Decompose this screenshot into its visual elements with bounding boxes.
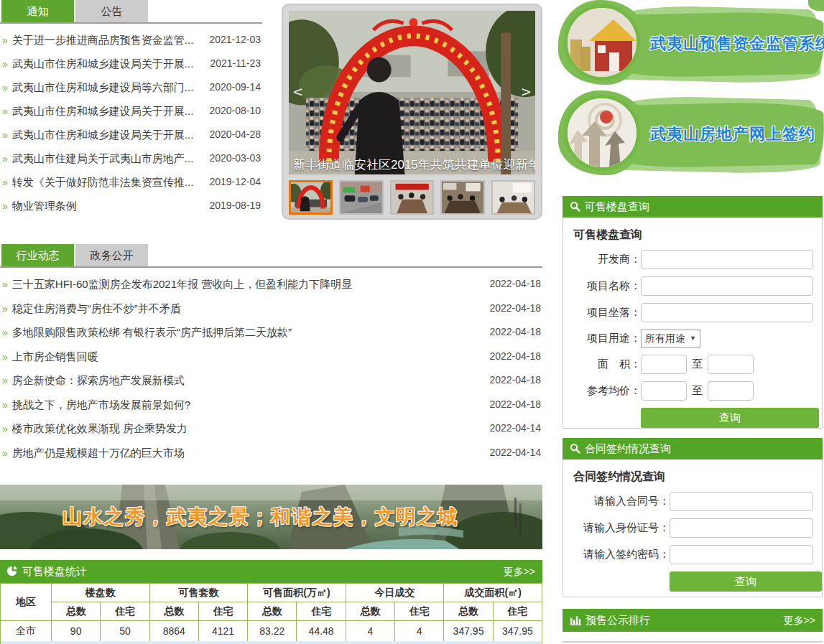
bullet-arrow-icon: »: [2, 177, 8, 188]
carousel-main-image[interactable]: < > 新丰街道临安社区2015年共筑共建单位迎新年拔河比赛: [289, 11, 535, 174]
price-max-input[interactable]: [708, 381, 754, 401]
project-name-input[interactable]: [641, 276, 813, 296]
contract-number-input[interactable]: [670, 492, 813, 511]
carousel-thumbnail-street[interactable]: [339, 180, 383, 215]
developer-input[interactable]: [641, 250, 813, 269]
contract-query-button[interactable]: 查询: [670, 571, 822, 592]
thumb-arch-image: [291, 182, 330, 213]
news-link[interactable]: 武夷山市住房和城乡建设局关于开展...: [12, 105, 194, 117]
listing-query-button[interactable]: 查询: [641, 408, 819, 428]
list-item: »房企新使命：探索房地产发展新模式2022-04-18: [0, 368, 542, 393]
stats-header: 可售楼盘统计 更多>>: [0, 560, 542, 583]
tab-notice[interactable]: 通知: [1, 0, 74, 22]
list-item: »物业管理条例2019-08-19: [0, 194, 262, 218]
id-number-input[interactable]: [670, 518, 813, 538]
page: 通知 公告 »关于进一步推进商品房预售资金监管...2021-12-03 »武夷…: [0, 0, 824, 644]
area-max-input[interactable]: [708, 355, 754, 374]
news-link[interactable]: 关于进一步推进商品房预售资金监管...: [12, 34, 194, 46]
id-number-label: 请输入身份证号：: [572, 521, 670, 535]
stats-title: 可售楼盘统计: [22, 565, 87, 577]
column-header-region: 地区: [1, 584, 52, 621]
price-min-input[interactable]: [641, 381, 687, 401]
carousel-caption[interactable]: 新丰街道临安社区2015年共筑共建单位迎新年拔河比赛: [289, 157, 535, 173]
banner-online-signing[interactable]: 武夷山房地产网上签约: [563, 92, 824, 177]
table-cell: 4: [395, 621, 444, 642]
project-location-input[interactable]: [641, 303, 813, 322]
developer-label: 开发商：: [572, 253, 641, 266]
search-icon: [570, 197, 580, 219]
news-link[interactable]: 房地产仍是规模超十万亿的巨大市场: [12, 447, 185, 459]
carousel-thumbnail-arch[interactable]: [289, 180, 333, 215]
form-title: 可售楼盘查询: [573, 228, 813, 243]
bullet-arrow-icon: »: [2, 375, 8, 386]
scenic-banner[interactable]: 山水之秀，武夷之景；和谐之美，文明之城: [0, 485, 542, 549]
bullet-arrow-icon: »: [2, 279, 8, 290]
bar-chart-icon: [570, 610, 581, 633]
contract-number-label: 请输入合同号：: [572, 495, 670, 508]
bullet-arrow-icon: »: [2, 34, 8, 46]
carousel-thumbnail-meeting-banner[interactable]: [390, 180, 434, 215]
tab-gov-disclosure[interactable]: 政务公开: [75, 244, 148, 266]
news-link[interactable]: 武夷山市住房和城乡建设局关于开展...: [12, 57, 194, 70]
table-row: 全市 90 50 8864 4121 83.22 44.48 4 4 347.9…: [1, 621, 542, 642]
tab-announcement[interactable]: 公告: [75, 0, 148, 22]
search-icon: [570, 439, 580, 461]
list-item: »武夷山市住房和城乡建设局关于开展...2021-11-23: [0, 52, 262, 75]
news-link[interactable]: 上市房企销售回暖: [12, 350, 98, 363]
list-item: »多地限购限售政策松绑 有银行表示“房产抵押后第二天放款”2022-04-18: [0, 320, 542, 345]
news-link[interactable]: 多地限购限售政策松绑 有银行表示“房产抵押后第二天放款”: [12, 326, 292, 338]
news-date: 2022-04-18: [489, 345, 541, 369]
stats-table: 地区 楼盘数 可售套数 可售面积(万㎡) 今日成交 成交面积(㎡) 总数 住宅 …: [0, 583, 542, 642]
carousel-prev-icon[interactable]: <: [293, 83, 302, 101]
news-link[interactable]: 物业管理条例: [12, 200, 77, 212]
list-item: »武夷山市住房和城乡建设局等六部门...2020-09-14: [0, 75, 262, 99]
subheader-total: 总数: [444, 602, 493, 621]
banner-title: 武夷山房地产网上签约: [650, 123, 815, 145]
carousel-next-icon[interactable]: >: [522, 83, 531, 101]
house-photo: [564, 4, 640, 80]
news-link[interactable]: 武夷山市住房和城乡建设局等六部门...: [12, 81, 194, 93]
ranking-more-link[interactable]: 更多>>: [784, 609, 815, 632]
carousel-thumbnail-meeting-room[interactable]: [440, 180, 484, 215]
news-link[interactable]: 三十五家HFI-60监测房企发布2021年报 营收向上，但盈利能力下降明显: [12, 278, 352, 290]
thumb-office-image: [493, 182, 534, 213]
presale-ranking-title: 预售公示排行: [585, 614, 650, 626]
next-panel-edge: [563, 641, 823, 643]
usage-select[interactable]: 所有用途 ▼: [641, 330, 700, 347]
table-cell: 90: [52, 621, 101, 642]
news-link[interactable]: 武夷山市住建局关于武夷山市房地产...: [12, 152, 194, 164]
price-to-label: 至: [692, 384, 703, 398]
signing-password-input[interactable]: [670, 545, 813, 564]
presale-ranking-header: 预售公示排行 更多>>: [563, 609, 823, 632]
news-date: 2022-04-18: [489, 272, 541, 297]
subheader-total: 总数: [248, 602, 297, 621]
news-link[interactable]: 楼市政策优化效果渐现 房企乘势发力: [12, 422, 188, 434]
subheader-total: 总数: [52, 602, 101, 621]
news-link[interactable]: 转发《关于做好防范非法集资宣传推...: [12, 176, 194, 188]
bullet-arrow-icon: »: [2, 200, 8, 212]
news-date: 2020-03-03: [209, 146, 261, 170]
area-min-input[interactable]: [641, 355, 687, 374]
usage-select-value: 所有用途: [645, 330, 685, 347]
news-link[interactable]: 武夷山市住房和城乡建设局关于开展...: [12, 129, 194, 141]
tab-industry-news[interactable]: 行业动态: [1, 244, 74, 266]
growth-arrows-image: [568, 98, 636, 167]
news-link[interactable]: 挑战之下，房地产市场发展前景如何?: [12, 398, 190, 411]
banner-presale-supervision[interactable]: 武夷山预售资金监管系统: [563, 1, 824, 86]
notice-panel: 通知 公告 »关于进一步推进商品房预售资金监管...2021-12-03 »武夷…: [0, 0, 262, 218]
pie-chart-icon: [7, 561, 18, 584]
industry-tabs: 行业动态 政务公开: [0, 244, 542, 268]
carousel-thumbnail-office[interactable]: [491, 180, 535, 215]
news-link[interactable]: 稳定住房消费与“房住不炒”并不矛盾: [12, 302, 181, 314]
photo-carousel: < > 新丰街道临安社区2015年共筑共建单位迎新年拔河比赛: [282, 4, 542, 220]
news-date: 2022-04-14: [489, 441, 541, 465]
news-link[interactable]: 房企新使命：探索房地产发展新模式: [12, 374, 185, 386]
project-location-label: 项目坐落：: [572, 306, 641, 319]
column-header-today-deals: 今日成交: [346, 584, 444, 602]
news-date: 2022-04-14: [489, 416, 541, 441]
stats-more-link[interactable]: 更多>>: [504, 560, 535, 583]
listing-query-title: 可售楼盘查询: [585, 200, 649, 213]
bullet-arrow-icon: »: [2, 423, 8, 434]
column-header-area: 可售面积(万㎡): [248, 584, 346, 602]
table-cell: 8864: [149, 621, 198, 642]
